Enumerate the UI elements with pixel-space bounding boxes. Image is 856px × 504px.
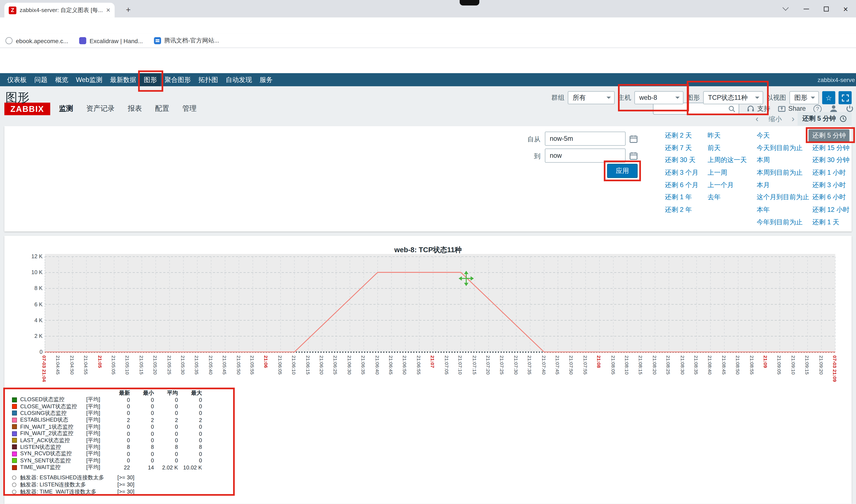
legend-row[interactable]: FIN_WAIT_2状态监控[平均]0000	[9, 430, 202, 437]
filter-select-graph[interactable]: TCP状态11种	[703, 91, 763, 104]
to-calendar-button[interactable]	[628, 150, 639, 161]
legend-row[interactable]: FIN_WAIT_1状态监控[平均]0000	[9, 424, 202, 430]
chart-plot[interactable]	[45, 254, 838, 356]
share-link[interactable]: Share	[778, 105, 806, 112]
main-nav-item[interactable]: 配置	[155, 104, 169, 113]
quick-range-link[interactable]: 还剩 30 天	[665, 156, 695, 165]
search-input[interactable]	[657, 105, 728, 112]
bookmark-item[interactable]: Excalidraw | Hand...	[79, 37, 143, 44]
quick-range-link[interactable]: 今天	[756, 131, 770, 140]
browser-tab[interactable]: Z zabbix4-server: 自定义图表 [每... ×	[4, 3, 114, 18]
minimize-button[interactable]	[796, 0, 817, 17]
legend-row[interactable]: CLOSING状态监控[平均]0000	[9, 410, 202, 417]
quick-range-link[interactable]: 还剩 2 天	[665, 131, 692, 140]
quick-range-link[interactable]: 还剩 2 年	[665, 205, 692, 214]
legend-row[interactable]: SYN_RCVD状态监控[平均]0000	[9, 451, 202, 457]
x-axis-label: 21:05:40	[208, 356, 213, 375]
trigger-label: 触发器: TIME_WAIT连接数太多	[20, 488, 118, 496]
quick-range-link[interactable]: 昨天	[708, 131, 720, 140]
quick-range-link[interactable]: 还剩 12 小时	[813, 205, 850, 214]
tab-close-icon[interactable]: ×	[106, 7, 110, 14]
subnav-item[interactable]: 最新数据	[106, 73, 140, 86]
tab-search-chevron-icon[interactable]	[775, 0, 796, 17]
filter-select-view[interactable]: 图形	[789, 91, 819, 104]
legend-row[interactable]: CLOSE_WAIT状态监控[平均]0000	[9, 403, 202, 410]
quick-range-link[interactable]: 还剩 6 小时	[813, 193, 846, 202]
legend-value: 2.02 K	[154, 464, 178, 470]
quick-range-link[interactable]: 今天到目前为止	[756, 143, 803, 152]
subnav-item[interactable]: 问题	[31, 73, 51, 86]
x-axis-label: 21:05:05	[111, 356, 116, 375]
filter-select-group[interactable]: 所有	[568, 91, 615, 104]
bookmark-item[interactable]: 腾讯文档-官方网站...	[154, 36, 219, 44]
quick-range-link[interactable]: 还剩 1 天	[813, 218, 839, 227]
legend-row[interactable]: LAST_ACK状态监控[平均]0000	[9, 437, 202, 444]
quick-range-link[interactable]: 本周	[756, 156, 770, 165]
legend-function-label: [平均]	[86, 437, 106, 444]
subnav-item[interactable]: 聚合图形	[161, 73, 195, 86]
quick-range-link[interactable]: 还剩 1 年	[665, 193, 692, 202]
main-nav-item[interactable]: 资产记录	[86, 104, 114, 113]
legend-row[interactable]: SYN_SENT状态监控[平均]0000	[9, 457, 202, 464]
main-nav-item[interactable]: 管理	[182, 104, 196, 113]
time-range-button[interactable]: 还剩 5 分钟	[797, 112, 852, 126]
quick-range-link[interactable]: 还剩 15 分钟	[813, 143, 850, 152]
subnav-item[interactable]: 图形	[140, 73, 161, 86]
apply-button[interactable]: 应用	[607, 164, 638, 178]
subnav-item[interactable]: 自动发现	[222, 73, 256, 86]
legend-row[interactable]: ESTABLISHED状态[平均]2222	[9, 417, 202, 424]
quick-range-link[interactable]: 还剩 3 小时	[813, 181, 846, 190]
quick-range-link[interactable]: 上周的这一天	[708, 156, 747, 165]
window-close-button[interactable]: ×	[835, 0, 856, 17]
legend-value: 0	[106, 410, 130, 416]
support-link[interactable]: 支持	[747, 104, 770, 113]
zoom-out-button[interactable]: 缩小	[769, 112, 782, 126]
time-next-button[interactable]: ›	[791, 112, 795, 126]
maximize-button[interactable]	[816, 0, 836, 17]
quick-range-link[interactable]: 还剩 7 天	[665, 143, 692, 152]
bookmark-item[interactable]: ebook.apecome.c...	[5, 37, 68, 44]
x-axis-label: 21:07:50	[569, 356, 574, 375]
quick-range-link[interactable]: 还剩 5 分钟	[808, 129, 850, 142]
quick-range-link[interactable]: 上一周	[708, 168, 727, 177]
filter-select-host[interactable]: web-8	[634, 91, 683, 104]
legend-item-label: CLOSED状态监控	[20, 396, 86, 403]
quick-range-link[interactable]: 前天	[708, 143, 720, 152]
trigger-marker-icon	[12, 490, 16, 494]
quick-range-link[interactable]: 还剩 3 个月	[665, 168, 698, 177]
quick-range-link[interactable]: 还剩 6 个月	[665, 181, 698, 190]
subnav-item[interactable]: 服务	[256, 73, 277, 86]
new-tab-button[interactable]: +	[122, 3, 135, 15]
subnav-item[interactable]: 仪表板	[3, 73, 31, 86]
quick-range-link[interactable]: 去年	[708, 193, 720, 202]
legend-row[interactable]: TIME_WAIT监控[平均]22142.02 K10.02 K	[9, 464, 202, 471]
main-nav-item[interactable]: 报表	[128, 104, 142, 113]
x-axis-label: 21:06:15	[305, 356, 310, 375]
kiosk-fullscreen-button[interactable]	[839, 91, 852, 104]
quick-range-link[interactable]: 本年	[756, 205, 770, 214]
quick-range-link[interactable]: 这个月到目前为止	[756, 193, 809, 202]
quick-range-link[interactable]: 本周到目前为止	[756, 168, 803, 177]
to-input[interactable]	[545, 148, 625, 163]
from-calendar-button[interactable]	[628, 133, 639, 144]
legend-row[interactable]: CLOSED状态监控[平均]0000	[9, 396, 202, 403]
filter-bar: 群组所有主机web-8图形TCP状态11种以视图图形 ☆	[551, 91, 852, 105]
subnav-item[interactable]: Web监测	[72, 73, 106, 86]
quick-range-link[interactable]: 本月	[756, 181, 770, 190]
quick-range-link[interactable]: 上一个月	[708, 181, 734, 190]
favourite-star-button[interactable]: ☆	[822, 91, 835, 104]
main-nav-item[interactable]: 监测	[59, 104, 73, 113]
from-input[interactable]	[545, 131, 625, 146]
help-button[interactable]: ?	[814, 105, 822, 113]
quick-range-link[interactable]: 今年到目前为止	[756, 218, 803, 227]
quick-range-link[interactable]: 还剩 1 小时	[813, 168, 846, 177]
user-profile-icon[interactable]	[829, 104, 838, 113]
quick-range-link[interactable]: 还剩 30 分钟	[813, 156, 850, 165]
subnav-item[interactable]: 概览	[51, 73, 72, 86]
logout-power-icon[interactable]	[846, 105, 854, 113]
legend-row[interactable]: LISTEN状态监控[平均]8888	[9, 444, 202, 451]
time-prev-button[interactable]: ‹	[755, 112, 759, 126]
x-axis-label: 21:07:25	[499, 356, 504, 375]
legend-function-label: [平均]	[86, 396, 106, 403]
subnav-item[interactable]: 拓扑图	[195, 73, 222, 86]
